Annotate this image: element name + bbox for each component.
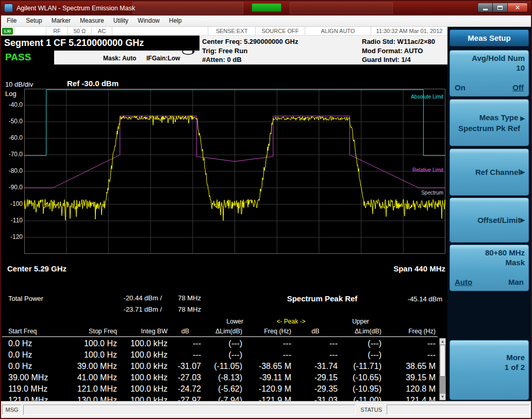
minimize-button[interactable] (477, 3, 492, 12)
table-cell: (-10.65) (339, 372, 383, 383)
table-cell: --- (243, 349, 292, 361)
scroll-down-icon[interactable]: ▼ (440, 394, 445, 400)
absolute-limit-label: Absolute Limit (411, 94, 443, 100)
softkey-offset-limit[interactable]: Offset/Limit▶ (450, 198, 529, 243)
spectrum-trace-label: Spectrum (421, 190, 443, 196)
table-cell: 100.0 Hz (65, 349, 118, 361)
menu-measure[interactable]: Measure (75, 15, 109, 26)
table-row[interactable]: 0.0 Hz100.0 Hz100.0 kHz---(---)------(--… (8, 349, 437, 361)
column-headers: Start FreqStop FreqInteg BWdBΔLim(dB)Fre… (8, 327, 437, 335)
table-cell: -24.72 (169, 383, 202, 395)
coupling-indicator: AC (92, 27, 112, 35)
table-cell: (---) (202, 349, 243, 361)
softkey-value: 10 (450, 63, 528, 73)
total-power-bw: 78 MHz (166, 305, 201, 313)
table-row[interactable]: 0.0 Hz100.0 Hz100.0 kHz---(---)------(--… (8, 338, 437, 349)
softkey-8080-mask[interactable]: 80+80 MHz Mask Auto Man (450, 245, 529, 291)
softkey-value: Spectrum Pk Ref (450, 123, 528, 133)
table-cell: 100.0 Hz (65, 338, 118, 349)
table-row[interactable]: 0.0 Hz39.00 MHz100.0 kHz-31.07(-11.05)-3… (8, 361, 437, 372)
softkey-meas-type[interactable]: Meas Type ▶ Spectrum Pk Ref (450, 99, 529, 146)
table-cell: 119.0 MHz (8, 383, 65, 395)
minimize-icon (483, 9, 488, 10)
measurement-header: Segment 1 CF 5.210000000 GHz PASS Mask: … (1, 36, 447, 65)
titlebar[interactable]: Agilent WLAN - Spectrum Emission Mask ✕ (1, 1, 531, 15)
column-header: dB (169, 327, 202, 335)
table-cell: (-8.13) (202, 372, 243, 383)
maximize-button[interactable] (492, 3, 507, 12)
table-cell: --- (383, 349, 437, 361)
toggle-auto[interactable]: Auto (455, 277, 472, 287)
softkey-title: 80+80 MHz (450, 248, 528, 257)
softkey-ref-channel[interactable]: Ref Channel▶ (450, 149, 529, 196)
status-cell-empty (14, 27, 46, 35)
table-cell: 100.0 kHz (118, 372, 169, 383)
close-button[interactable]: ✕ (507, 3, 528, 12)
total-power-value: -20.44 dBm / (53, 294, 162, 302)
status-bar: MSG STATUS (1, 401, 531, 418)
menu-window[interactable]: Window (133, 15, 164, 26)
scrollbar-thumb[interactable] (440, 345, 445, 377)
total-power-label: Total Power (8, 295, 43, 302)
segment-readout: Segment 1 CF 5.210000000 GHz (1, 36, 200, 51)
table-cell: 121.0 MHz (65, 383, 118, 395)
table-cell: --- (243, 338, 292, 349)
column-header: Freq (Hz) (243, 327, 292, 335)
toggle-man[interactable]: Man (508, 277, 524, 287)
maximize-icon (497, 6, 503, 10)
titlebar-ghost (290, 2, 393, 14)
table-cell: -29.15 (292, 372, 339, 383)
table-scrollbar[interactable]: ▲ ▼ (439, 338, 446, 400)
table-cell: (-11.71) (339, 361, 383, 372)
msg-panel: MSG (2, 405, 22, 415)
lxi-indicator: LXI (1, 27, 14, 35)
scale-label: 10 dB/div (5, 80, 33, 88)
menu-setup[interactable]: Setup (21, 15, 46, 26)
table-cell: 100.0 kHz (118, 338, 169, 349)
table-cell: --- (292, 349, 339, 361)
softkey-more[interactable]: More 1 of 2 (450, 340, 529, 400)
acquisition-settings: Center Freq: 5.290000000 GHz Trig: Free … (202, 37, 298, 65)
results-panel: Total Power -20.44 dBm / 78 MHz -23.71 d… (1, 288, 447, 402)
datetime-display: 11:30:32 AM Mar 01, 2012 (371, 27, 447, 35)
table-cell: -31.07 (169, 361, 202, 372)
y-axis-label: -50.0 (3, 118, 23, 125)
radio-std-readout: Radio Std: W11ac/2×80 (362, 37, 435, 46)
toggle-off[interactable]: Off (512, 83, 524, 92)
menu-file[interactable]: File (2, 15, 21, 26)
total-power-bw: 78 MHz (166, 294, 201, 302)
table-cell: --- (383, 338, 437, 349)
softkey-title: Meas Type (479, 113, 519, 122)
softkey-title: Ref Channel (475, 168, 521, 176)
table-cell: 39.00 MHz (8, 372, 65, 383)
softkey-avg-hold-num[interactable]: Avg/Hold Num 10 On Off (450, 50, 529, 96)
table-row[interactable]: 39.00 MHz41.00 MHz100.0 kHz-27.03(-8.13)… (8, 372, 437, 383)
table-cell: 0.0 Hz (8, 338, 65, 349)
continuous-sweep-icon (181, 47, 196, 58)
softkey-title: Avg/Hold Num (450, 53, 528, 63)
total-power-value: -23.71 dBm / (53, 305, 162, 313)
table-cell: 100.0 kHz (118, 349, 169, 361)
column-header: dB (292, 327, 339, 335)
pass-fail-indicator: PASS (1, 51, 54, 65)
menu-marker[interactable]: Marker (47, 15, 75, 26)
guard-interval-readout: Guard Intvl: 1/4 (362, 55, 435, 65)
titlebar-ghost (132, 2, 243, 14)
table-row[interactable]: 119.0 MHz121.0 MHz100.0 kHz-24.72(-5.62)… (8, 383, 437, 395)
toggle-on[interactable]: On (455, 83, 466, 92)
table-cell: 0.0 Hz (8, 361, 65, 372)
center-freq-readout: Center Freq: 5.290000000 GHz (202, 37, 298, 46)
table-cell: --- (292, 338, 339, 349)
column-header: ΔLim(dB) (339, 327, 383, 335)
softkey-title: More (450, 352, 528, 362)
table-cell: 0.0 Hz (8, 349, 65, 361)
table-cell: 100.0 kHz (118, 361, 169, 372)
menu-utility[interactable]: Utility (109, 15, 133, 26)
softkey-value: 1 of 2 (450, 362, 528, 372)
relative-limit-label: Relative Limit (412, 167, 443, 173)
align-indicator: ALIGN AUTO (305, 27, 371, 35)
menu-help[interactable]: Help (164, 15, 187, 26)
lower-header: Lower (202, 318, 243, 325)
y-axis-label: -100 (3, 200, 23, 207)
scroll-up-icon[interactable]: ▲ (440, 339, 445, 345)
